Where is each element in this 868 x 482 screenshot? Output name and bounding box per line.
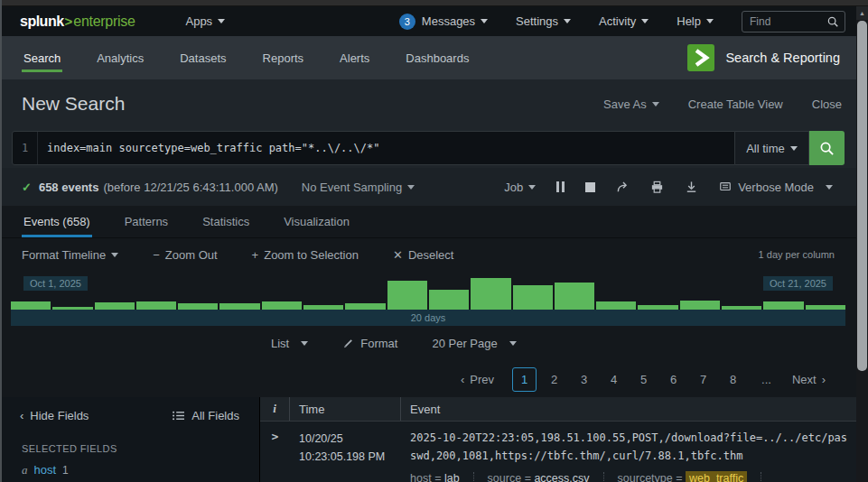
app-identity[interactable]: Search & Reporting [687, 36, 840, 79]
timeline-bar[interactable] [806, 305, 845, 310]
pause-job-button[interactable] [556, 181, 565, 192]
meta-source[interactable]: source = access.csv [488, 472, 604, 482]
events-table-header: i Time Event [260, 397, 856, 422]
meta-host[interactable]: host = lab [410, 472, 474, 482]
share-job-button[interactable] [616, 181, 630, 194]
search-submit-button[interactable] [809, 131, 845, 165]
timeline-bar[interactable] [219, 303, 259, 310]
page-button-7[interactable]: 7 [691, 367, 715, 392]
timeline-bar[interactable] [555, 283, 594, 310]
timeline-bar[interactable] [52, 307, 92, 310]
export-button[interactable] [685, 181, 698, 194]
create-table-view-button[interactable]: Create Table View [688, 97, 783, 111]
zoom-to-selection-button[interactable]: + Zoom to Selection [252, 248, 359, 262]
search-icon [819, 141, 835, 156]
messages-menu[interactable]: 3 Messages [399, 14, 488, 30]
caret-down-icon [301, 341, 308, 349]
find-input[interactable] [750, 15, 826, 28]
page-button-8[interactable]: 8 [721, 367, 745, 392]
page-button-1[interactable]: 1 [512, 367, 537, 392]
timeline-bar[interactable] [680, 301, 720, 310]
activity-menu-label: Activity [599, 14, 636, 28]
all-fields-button[interactable]: All Fields [172, 409, 239, 422]
timeline-bar[interactable] [638, 305, 677, 310]
splunk-logo[interactable]: splunk>enterprise [20, 14, 135, 30]
search-query-input[interactable]: 1 index=main sourcetype=web_traffic path… [12, 131, 735, 165]
page-button-6[interactable]: 6 [661, 367, 686, 392]
page-button-4[interactable]: 4 [602, 367, 626, 392]
search-mode-menu[interactable]: Verbose Mode [719, 181, 833, 194]
field-name[interactable]: host [34, 463, 57, 477]
timeline-bar[interactable] [136, 301, 176, 310]
page-button-3[interactable]: 3 [572, 367, 596, 392]
timeline-bar[interactable] [429, 290, 469, 310]
timeline-bar[interactable] [596, 301, 636, 310]
expand-event-button[interactable]: > [260, 430, 290, 443]
appbar-item-analytics[interactable]: Analytics [95, 36, 145, 79]
time-range-label: All time [746, 142, 785, 155]
print-icon [650, 181, 664, 194]
tab-visualization[interactable]: Visualization [282, 206, 351, 237]
help-menu[interactable]: Help [677, 14, 714, 28]
event-time-cell: 10/20/25 10:23:05.198 PM [290, 430, 401, 466]
job-menu[interactable]: Job [504, 181, 536, 194]
timeline-bar[interactable] [471, 278, 510, 310]
format-timeline-menu[interactable]: Format Timeline [22, 248, 118, 262]
timeline-bar[interactable] [722, 306, 761, 310]
timeline-bar[interactable] [387, 281, 427, 310]
results-area: ‹ Hide Fields All Fields SELECTED FIELDS… [0, 397, 856, 482]
appbar-item-search[interactable]: Search [22, 36, 62, 79]
hide-fields-button[interactable]: ‹ Hide Fields [20, 409, 89, 422]
scroll-up-button[interactable]: ▲ [856, 6, 868, 20]
event-raw-text[interactable]: 2025-10-20T22:23:05,198.51.100.55,POST,/… [410, 430, 856, 466]
scroll-up-arrow-icon: ▲ [859, 10, 865, 16]
timeline-bar[interactable] [262, 301, 302, 310]
close-button[interactable]: Close [812, 97, 842, 111]
timeline-span-label: 20 days [411, 312, 446, 323]
appbar-item-dashboards[interactable]: Dashboards [404, 36, 471, 79]
list-view-menu[interactable]: List [271, 337, 308, 350]
create-table-view-label: Create Table View [688, 97, 783, 111]
stop-job-button[interactable] [585, 182, 595, 192]
meta-sourcetype[interactable]: sourcetype = web_traffic [618, 472, 762, 482]
appbar-item-reports[interactable]: Reports [261, 36, 306, 79]
page-button-2[interactable]: 2 [542, 367, 566, 392]
timeline-bar[interactable] [763, 301, 803, 310]
event-row: > 10/20/25 10:23:05.198 PM 2025-10-20T22… [260, 422, 856, 482]
field-item-host[interactable]: a host 1 [22, 463, 259, 477]
settings-menu[interactable]: Settings [516, 14, 571, 28]
print-button[interactable] [650, 181, 664, 194]
prev-page-button[interactable]: ‹ Prev [461, 373, 494, 386]
tab-statistics[interactable]: Statistics [201, 206, 251, 237]
timeline-bar[interactable] [303, 305, 343, 310]
appbar-item-alerts[interactable]: Alerts [338, 36, 371, 79]
timeline-bar[interactable] [345, 303, 385, 310]
tab-patterns[interactable]: Patterns [123, 206, 170, 237]
timeline-bar[interactable] [95, 302, 135, 310]
vertical-scrollbar[interactable]: ▲ [856, 6, 868, 482]
format-results-button[interactable]: Format [342, 337, 397, 350]
event-count: 658 events [39, 181, 99, 194]
next-page-button[interactable]: Next › [792, 373, 826, 386]
list-icon [172, 410, 185, 422]
page-button-5[interactable]: 5 [631, 367, 656, 392]
activity-menu[interactable]: Activity [599, 14, 649, 28]
caret-down-icon [652, 102, 659, 110]
appbar-item-datasets[interactable]: Datasets [178, 36, 228, 79]
zoom-to-selection-label: Zoom to Selection [264, 248, 359, 262]
time-range-picker[interactable]: All time [735, 131, 809, 165]
deselect-button[interactable]: ✕ Deselect [393, 248, 453, 262]
tab-events[interactable]: Events (658) [22, 206, 92, 237]
zoom-out-button[interactable]: − Zoom Out [153, 248, 217, 262]
find-box[interactable] [742, 11, 845, 32]
event-sampling-menu[interactable]: No Event Sampling [302, 181, 415, 194]
timeline-bar[interactable] [513, 285, 553, 310]
timeline-selection-band[interactable]: 20 days [11, 310, 845, 326]
scrollbar-thumb[interactable] [857, 21, 867, 371]
timeline-bar[interactable] [178, 303, 218, 310]
apps-menu[interactable]: Apps [185, 14, 225, 28]
timeline-bar[interactable] [11, 301, 51, 310]
per-page-menu[interactable]: 20 Per Page [432, 337, 516, 350]
save-as-button[interactable]: Save As [603, 97, 659, 111]
column-scale-note: 1 day per column [759, 249, 835, 260]
